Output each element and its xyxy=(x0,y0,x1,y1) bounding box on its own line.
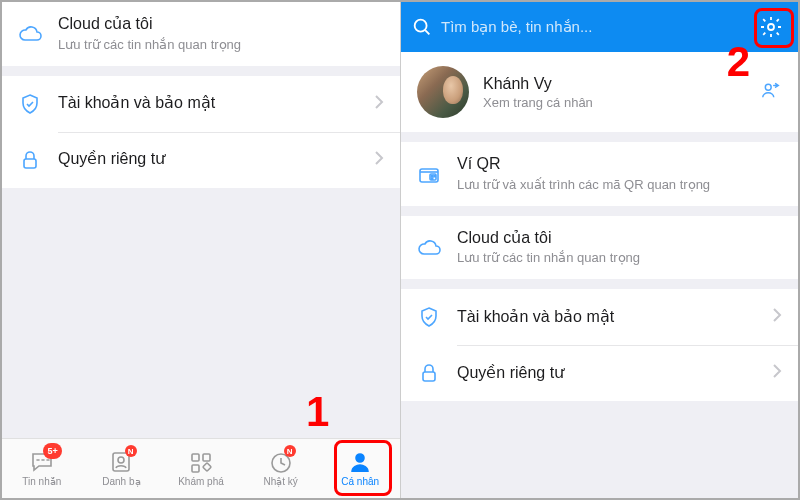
shield-icon xyxy=(417,305,457,329)
annotation-step-1: 1 xyxy=(306,388,329,436)
pane-right-me-screen: Tìm bạn bè, tin nhắn... Khánh Vy Xem tra… xyxy=(400,2,798,498)
shield-icon xyxy=(18,92,58,116)
badge: 5+ xyxy=(43,443,61,459)
row-title: Quyền riêng tư xyxy=(58,149,374,170)
badge: N xyxy=(284,445,296,457)
chevron-right-icon xyxy=(772,364,782,382)
row-my-cloud[interactable]: Cloud của tôi Lưu trữ các tin nhắn quan … xyxy=(2,2,400,66)
settings-button[interactable] xyxy=(754,10,788,44)
svg-rect-6 xyxy=(203,463,211,471)
svg-rect-15 xyxy=(434,175,435,176)
svg-rect-16 xyxy=(432,178,433,179)
gear-icon xyxy=(759,15,783,39)
svg-rect-17 xyxy=(423,372,435,381)
row-title: Tài khoản và bảo mật xyxy=(457,307,772,328)
avatar xyxy=(417,66,469,118)
row-privacy[interactable]: Quyền riêng tư xyxy=(401,345,798,401)
row-title: Ví QR xyxy=(457,154,782,175)
tab-me[interactable]: Cá nhân xyxy=(320,439,400,498)
profile-subtitle: Xem trang cá nhân xyxy=(483,95,760,110)
search-icon[interactable] xyxy=(411,16,433,38)
cloud-icon xyxy=(417,236,457,260)
profile-name: Khánh Vy xyxy=(483,75,760,93)
tab-label: Cá nhân xyxy=(341,476,379,487)
tab-label: Tin nhắn xyxy=(22,476,61,487)
svg-point-11 xyxy=(765,84,771,90)
chevron-right-icon xyxy=(374,95,384,113)
row-my-cloud[interactable]: Cloud của tôi Lưu trữ các tin nhắn quan … xyxy=(401,216,798,280)
chevron-right-icon xyxy=(374,151,384,169)
chevron-right-icon xyxy=(772,308,782,326)
tab-label: Danh bạ xyxy=(102,476,140,487)
row-privacy[interactable]: Quyền riêng tư xyxy=(2,132,400,188)
search-header: Tìm bạn bè, tin nhắn... xyxy=(401,2,798,52)
svg-rect-0 xyxy=(24,159,36,168)
settings-list: Cloud của tôi Lưu trữ các tin nhắn quan … xyxy=(2,2,400,66)
row-qr-wallet[interactable]: Ví QR Lưu trữ và xuất trình các mã QR qu… xyxy=(401,142,798,206)
tab-label: Nhật ký xyxy=(263,476,297,487)
row-profile[interactable]: Khánh Vy Xem trang cá nhân xyxy=(401,52,798,132)
svg-rect-5 xyxy=(192,465,199,472)
row-account-security[interactable]: Tài khoản và bảo mật xyxy=(2,76,400,132)
svg-rect-3 xyxy=(192,454,199,461)
switch-account-icon[interactable] xyxy=(760,79,782,105)
tab-diary[interactable]: N Nhật ký xyxy=(241,439,321,498)
tab-label: Khám phá xyxy=(178,476,224,487)
lock-icon xyxy=(417,361,457,385)
svg-point-8 xyxy=(356,454,364,462)
row-title: Quyền riêng tư xyxy=(457,363,772,384)
row-title: Tài khoản và bảo mật xyxy=(58,93,374,114)
row-account-security[interactable]: Tài khoản và bảo mật xyxy=(401,289,798,345)
lock-icon xyxy=(18,148,58,172)
svg-point-2 xyxy=(118,457,124,463)
badge: N xyxy=(125,445,137,457)
row-title: Cloud của tôi xyxy=(457,228,782,249)
tab-messages[interactable]: 5+ Tin nhắn xyxy=(2,439,82,498)
bottom-tab-bar: 5+ Tin nhắn N Danh bạ Khám phá N Nhật ký… xyxy=(2,438,400,498)
cloud-icon xyxy=(18,22,58,46)
row-title: Cloud của tôi xyxy=(58,14,384,35)
pane-left-me-tab: Cloud của tôi Lưu trữ các tin nhắn quan … xyxy=(2,2,400,498)
svg-rect-4 xyxy=(203,454,210,461)
row-subtitle: Lưu trữ các tin nhắn quan trọng xyxy=(58,37,384,54)
row-subtitle: Lưu trữ các tin nhắn quan trọng xyxy=(457,250,782,267)
row-subtitle: Lưu trữ và xuất trình các mã QR quan trọ… xyxy=(457,177,782,194)
tab-discover[interactable]: Khám phá xyxy=(161,439,241,498)
svg-point-9 xyxy=(415,20,427,32)
svg-rect-14 xyxy=(432,175,433,176)
qr-wallet-icon xyxy=(417,162,457,186)
svg-point-10 xyxy=(768,24,774,30)
search-input[interactable]: Tìm bạn bè, tin nhắn... xyxy=(441,18,746,36)
tab-contacts[interactable]: N Danh bạ xyxy=(82,439,162,498)
